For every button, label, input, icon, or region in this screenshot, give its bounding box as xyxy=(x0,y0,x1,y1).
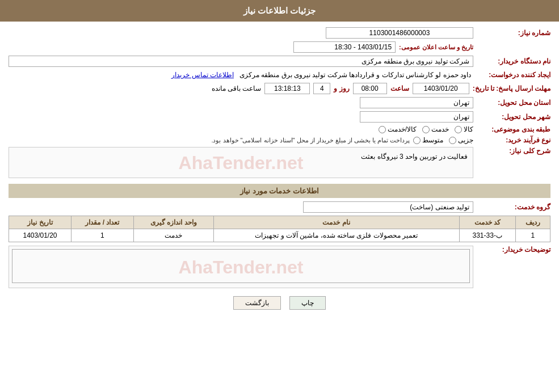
col-service-name: نام خدمت xyxy=(213,216,459,229)
creator-value: داود حمزه لو کارشناس تدارکات و قراردادها… xyxy=(9,70,473,80)
category-label: طبقه بندی موضوعی: xyxy=(477,125,550,133)
need-number-value: 1103001486000003 xyxy=(326,27,473,39)
city-value: تهران xyxy=(360,111,473,123)
creator-row: ایجاد کننده درخواست: داود حمزه لو کارشنا… xyxy=(9,70,550,80)
service-group-row: گروه خدمت: تولید صنعتی (ساخت) xyxy=(9,201,550,213)
creator-label: ایجاد کننده درخواست: xyxy=(477,71,550,79)
purchase-options: متوسط جزیی xyxy=(413,136,473,144)
page-header: جزئیات اطلاعات نیاز xyxy=(0,0,559,22)
deadline-time-label: ساعت xyxy=(390,85,409,92)
purchase-type-row: نوع فرآیند خرید: متوسط جزیی پرداخت تمام … xyxy=(9,136,550,144)
city-row: شهر محل تحویل: تهران xyxy=(9,111,550,123)
col-count: تعداد / مقدار xyxy=(71,216,133,229)
purchase-radio-jozii[interactable] xyxy=(449,137,456,144)
purchase-note: پرداخت تمام یا بخشی از مبلغ خریدار از مح… xyxy=(211,137,410,144)
col-service-code: کد خدمت xyxy=(459,216,515,229)
category-option-kala: کالا xyxy=(455,125,473,133)
col-date: تاریخ نیاز xyxy=(9,216,72,229)
cell-unit: خدمت xyxy=(133,229,213,242)
category-option-kala-khedmat: کالا/خدمت xyxy=(379,125,417,133)
table-row: 1ب-33-331تعمیر محصولات فلزی ساخته شده، م… xyxy=(9,229,550,242)
cell-row_num: 1 xyxy=(515,229,550,242)
purchase-radio-motavaset[interactable] xyxy=(413,137,421,144)
buyer-notes-textarea[interactable] xyxy=(12,249,470,283)
buyer-station-label: نام دستگاه خریدار: xyxy=(477,57,550,65)
category-radio-kala-khedmat[interactable] xyxy=(379,126,386,133)
contact-link[interactable]: اطلاعات تماس خریدار xyxy=(171,71,234,79)
purchase-type-label: نوع فرآیند خرید: xyxy=(477,136,550,144)
cell-date: 1403/01/20 xyxy=(9,229,72,242)
need-number-label: شماره نیاز: xyxy=(477,29,550,37)
deadline-day-label: روز و xyxy=(334,85,349,92)
announce-label-text: تاریخ و ساعت اعلان عمومی: xyxy=(399,44,473,51)
buyer-notes-area: AhaTender.net xyxy=(9,246,473,290)
category-option-khedmat: خدمت xyxy=(422,125,449,133)
deadline-remaining: 13:18:13 xyxy=(264,83,310,94)
general-desc-label: شرح کلی نیاز: xyxy=(477,147,550,155)
buyer-notes-watermark-area: AhaTender.net xyxy=(9,246,473,288)
col-row-num: ردیف xyxy=(515,216,550,229)
page-wrapper: جزئیات اطلاعات نیاز شماره نیاز: 11030014… xyxy=(0,0,559,392)
category-radio-kala[interactable] xyxy=(455,126,462,133)
deadline-label: مهلت ارسال پاسخ: تا تاریخ: xyxy=(473,85,550,92)
province-label: استان محل تحویل: xyxy=(477,99,550,107)
cell-service_code: ب-33-331 xyxy=(459,229,515,242)
need-number-row: شماره نیاز: 1103001486000003 xyxy=(9,27,550,39)
cell-service_name: تعمیر محصولات فلزی ساخته شده، ماشین آلات… xyxy=(213,229,459,242)
city-label: شهر محل تحویل: xyxy=(477,113,550,121)
general-desc-row: شرح کلی نیاز: AhaTender.net فعالیت در تو… xyxy=(9,147,550,180)
deadline-date: 1403/01/20 xyxy=(413,83,469,94)
service-group-label: گروه خدمت: xyxy=(477,203,550,211)
cell-count: 1 xyxy=(71,229,133,242)
purchase-option-motavaset: متوسط xyxy=(413,136,443,144)
service-group-value: تولید صنعتی (ساخت) xyxy=(303,201,473,213)
services-table: ردیف کد خدمت نام خدمت واحد اندازه گیری ت… xyxy=(9,216,550,242)
buyer-notes-label: توضیحات خریدار: xyxy=(477,246,550,254)
buyer-notes-row: توضیحات خریدار: AhaTender.net xyxy=(9,246,550,290)
announce-row: شماره نیاز: تاریخ و ساعت اعلان عمومی: 14… xyxy=(9,41,550,53)
buyer-station-row: نام دستگاه خریدار: شرکت تولید نیروی برق … xyxy=(9,56,550,67)
deadline-time: 08:00 xyxy=(353,83,387,94)
province-value: تهران xyxy=(360,97,473,108)
province-row: استان محل تحویل: تهران xyxy=(9,97,550,108)
table-header-row: ردیف کد خدمت نام خدمت واحد اندازه گیری ت… xyxy=(9,216,550,229)
button-group: چاپ بازگشت xyxy=(9,296,550,310)
back-button[interactable]: بازگشت xyxy=(233,296,281,310)
print-button[interactable]: چاپ xyxy=(289,296,326,310)
services-section-title: اطلاعات خدمات مورد نیاز xyxy=(9,184,550,198)
deadline-day: 4 xyxy=(313,83,330,94)
purchase-option-jozii: جزیی xyxy=(449,136,473,144)
category-options: کالا/خدمت خدمت کالا xyxy=(379,125,473,133)
category-radio-khedmat[interactable] xyxy=(422,126,430,133)
page-title: جزئیات اطلاعات نیاز xyxy=(243,6,316,15)
deadline-remaining-label: ساعت باقی مانده xyxy=(212,85,262,92)
col-unit: واحد اندازه گیری xyxy=(133,216,213,229)
buyer-station-value: شرکت تولید نیروی برق منطقه مرکزی xyxy=(9,56,473,67)
category-row: طبقه بندی موضوعی: کالا/خدمت خدمت کالا xyxy=(9,125,550,133)
general-desc-area: AhaTender.net فعالیت در توربین واحد 3 نی… xyxy=(9,147,473,178)
deadline-row: مهلت ارسال پاسخ: تا تاریخ: 1403/01/20 سا… xyxy=(9,83,550,94)
general-desc-value: فعالیت در توربین واحد 3 نیروگاه بعثت xyxy=(12,150,470,163)
content-area: شماره نیاز: 1103001486000003 شماره نیاز:… xyxy=(0,22,559,321)
announce-value: 1403/01/15 - 18:30 xyxy=(293,41,396,53)
